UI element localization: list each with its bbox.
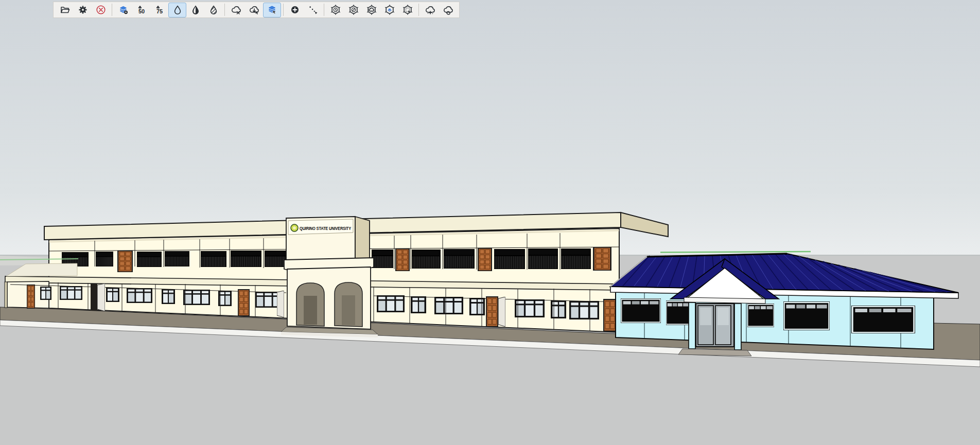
door[interactable] (603, 299, 617, 332)
toolbar-separator (324, 4, 324, 16)
toolbar-button-detail-75[interactable]: 75 (150, 3, 168, 17)
annex-window[interactable] (40, 287, 51, 300)
window[interactable] (747, 304, 774, 327)
upper-window[interactable] (265, 251, 286, 267)
window[interactable] (515, 299, 545, 317)
window[interactable] (569, 301, 599, 319)
window[interactable] (469, 298, 485, 315)
upper-window[interactable] (165, 251, 189, 266)
open-folder-icon (60, 5, 70, 15)
upper-window[interactable] (561, 248, 591, 269)
upper-door[interactable] (593, 247, 611, 271)
upper-door[interactable] (478, 248, 492, 271)
toolbar-button-hex-layers[interactable] (380, 3, 398, 17)
toolbar-button-hex-region-select[interactable] (398, 3, 416, 17)
cloud-remove-icon (231, 5, 241, 15)
upper-window[interactable] (231, 251, 261, 267)
upper-window[interactable] (372, 250, 393, 268)
dotted-measure-line-icon (308, 5, 318, 15)
cancel-circle-x-icon (96, 5, 106, 15)
toolbar-button-hex-cloud[interactable] (362, 3, 380, 17)
toolbar-button-cloud-new[interactable] (421, 3, 439, 17)
portico-column (734, 304, 741, 350)
entry-door-shadow (304, 296, 317, 325)
terrain-line-right (660, 252, 811, 253)
cloud-sync-icon (443, 5, 453, 15)
entrance-tower[interactable]: QUIRINO STATE UNIVERSITY (281, 217, 378, 337)
window[interactable] (551, 300, 566, 318)
toolbar-button-cloud-download-pick[interactable] (245, 3, 263, 17)
droplet-outline-icon (172, 5, 183, 15)
svg-text:75: 75 (156, 8, 162, 14)
upper-window[interactable] (201, 251, 226, 267)
window[interactable] (127, 288, 152, 303)
toolbar-button-hex-disable[interactable] (344, 3, 362, 17)
cloud-new-icon (425, 5, 435, 15)
toolbar-button-layers-visibility[interactable] (114, 3, 132, 17)
window[interactable] (851, 306, 915, 333)
hex-layers-icon (384, 5, 395, 15)
window[interactable] (377, 295, 405, 312)
toolbar-separator (224, 4, 225, 16)
plugin-toolbar: 50 75 (53, 2, 460, 18)
window[interactable] (434, 297, 463, 314)
detail-75-icon: 75 (154, 5, 165, 15)
window[interactable] (60, 286, 82, 300)
portico-column (689, 302, 695, 349)
door[interactable] (238, 289, 250, 316)
layers-visibility-icon (118, 5, 129, 15)
open-door[interactable] (97, 283, 105, 311)
upper-window[interactable] (444, 249, 475, 269)
sign-text: QUIRINO STATE UNIVERSITY (300, 226, 352, 231)
window[interactable] (783, 301, 830, 330)
toolbar-separator (112, 4, 112, 16)
toolbar-button-add-point[interactable] (286, 3, 304, 17)
toolbar-button-droplet-contrast[interactable] (186, 3, 204, 17)
cloud-download-pick-icon (249, 5, 259, 15)
toolbar-button-hex-history[interactable] (326, 3, 344, 17)
upper-door[interactable] (117, 251, 133, 272)
toolbar-button-settings-gear[interactable] (74, 3, 92, 17)
toolbar-button-layers-pick[interactable] (263, 3, 281, 17)
model-viewport[interactable]: QUIRINO STATE UNIVERSITY (0, 0, 980, 445)
toolbar-button-cloud-remove[interactable] (227, 3, 245, 17)
toolbar-button-open-folder[interactable] (56, 3, 74, 17)
upper-window[interactable] (494, 249, 525, 269)
window[interactable] (162, 289, 175, 304)
detail-50-icon: 50 (136, 5, 147, 15)
svg-text:50: 50 (138, 8, 144, 14)
toolbar-separator (283, 4, 284, 16)
toolbar-button-dotted-measure-line[interactable] (304, 3, 322, 17)
window[interactable] (411, 296, 426, 313)
hex-history-icon (330, 5, 341, 15)
toolbar-button-detail-50[interactable]: 50 (132, 3, 150, 17)
window[interactable] (106, 288, 119, 302)
glass-pane (700, 308, 711, 325)
glass-pane (717, 308, 729, 325)
upper-window[interactable] (528, 248, 558, 269)
settings-gear-icon (78, 5, 88, 15)
upper-door[interactable] (395, 248, 410, 271)
doorway-dark[interactable] (91, 284, 97, 311)
hex-region-select-icon (402, 5, 413, 15)
open-door[interactable] (277, 291, 284, 317)
annex-door[interactable] (27, 284, 35, 309)
toolbar-button-cancel[interactable] (92, 3, 110, 17)
hex-disable-icon (348, 5, 359, 15)
window[interactable] (666, 300, 690, 325)
upper-window[interactable] (137, 252, 162, 267)
window[interactable] (183, 290, 210, 305)
toolbar-button-droplet-hatched[interactable] (204, 3, 222, 17)
hex-cloud-icon (366, 5, 377, 15)
upper-window[interactable] (412, 250, 441, 269)
upper-window[interactable] (96, 252, 113, 266)
toolbar-button-droplet-outline[interactable] (168, 3, 186, 17)
window[interactable] (621, 298, 661, 323)
toolbar-separator (418, 4, 419, 16)
add-point-icon (290, 5, 300, 15)
toolbar-button-cloud-sync[interactable] (439, 3, 457, 17)
door[interactable] (486, 296, 498, 327)
sign-logo-center (293, 226, 296, 229)
droplet-contrast-icon (190, 5, 201, 15)
open-door[interactable] (498, 297, 505, 327)
